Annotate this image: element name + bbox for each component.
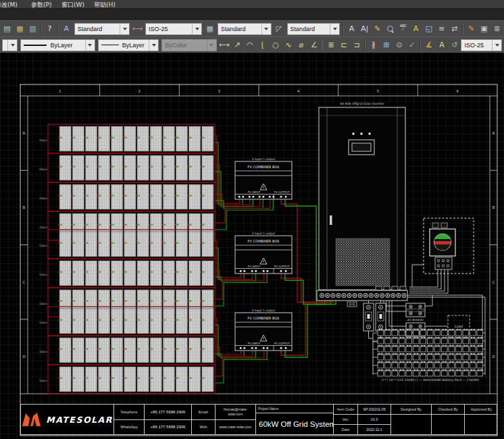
dimension-text-edit-icon[interactable]: A [435, 38, 448, 52]
web-value: www.mate-solar.com [216, 420, 255, 435]
lineweight-select[interactable]: ByLayer [20, 39, 95, 51]
copy-properties-icon[interactable]: ▣ [478, 22, 490, 36]
arc-length-dimension-icon[interactable]: ◠ [244, 38, 257, 52]
multileader-style-select[interactable]: Standard [287, 23, 341, 35]
dimension-style-value: ISO-25 [149, 26, 168, 32]
checked-by-value [432, 415, 464, 434]
dim-style-current-value: ISO-25 [464, 42, 484, 49]
scale-text-icon[interactable]: ◱ [422, 22, 435, 36]
baseline-dimension-icon[interactable]: ⊏ [337, 38, 350, 52]
battery-bank[interactable] [373, 329, 485, 376]
publish-icon[interactable]: ≣ [490, 22, 503, 36]
menu-window[interactable]: 窗口(W) [61, 1, 84, 8]
chevron-down-icon [330, 24, 339, 34]
menu-help[interactable]: 帮助(H) [94, 1, 116, 8]
find-text-icon[interactable] [384, 22, 397, 36]
continue-dimension-icon[interactable]: ⊐ [350, 38, 363, 52]
tolerance-icon[interactable]: ⊞ [380, 38, 393, 52]
chevron-down-icon [85, 40, 95, 51]
approved-by-value [465, 415, 498, 434]
single-line-text-icon[interactable]: A [345, 22, 358, 36]
date-label: Date [334, 425, 357, 434]
diameter-dimension-icon[interactable]: ⌀ [295, 38, 308, 52]
zone-number: 1 [59, 89, 61, 93]
panel-string-label: 12pcs [39, 321, 47, 324]
zone-letter: D [22, 355, 25, 359]
chevron-down-icon [261, 24, 271, 34]
table-style-value: Standard [221, 26, 246, 32]
ordinate-dimension-icon[interactable]: ⌊ [257, 38, 270, 52]
dimension-update-icon[interactable]: ↺ [448, 38, 461, 52]
zone-number: 3 [218, 89, 220, 93]
drawing-canvas[interactable]: 123456AABBCCDD12pcs12pcs12pcs12pcs12pcs1… [0, 53, 504, 439]
dimension-break-icon[interactable]: ∦ [367, 38, 380, 52]
combiner-header: 3 Input 1 output [252, 309, 275, 312]
chevron-down-icon [492, 40, 501, 51]
radius-dimension-icon[interactable]: ○ [270, 38, 282, 52]
table-style-select[interactable]: Standard [218, 23, 272, 35]
dimension-edit-icon[interactable]: ∡ [422, 38, 435, 52]
multileader-style-icon[interactable]: ◸ [273, 22, 286, 36]
matesolar-logo-icon [22, 412, 42, 427]
match-properties-icon[interactable]: ✎ [465, 22, 478, 36]
dc-breaker[interactable] [363, 303, 386, 331]
load-label: Load [455, 324, 463, 328]
color-control-partial[interactable] [2, 39, 18, 51]
dim-style-current-select[interactable]: ISO-25 [461, 39, 502, 51]
properties-dimension-toolbar: ByLayer ByLayer ByColor ⟷↗◠⌊○∿⌀∠ ≣⊏⊐ ∦⊞⊙… [0, 36, 504, 53]
zone-number: 4 [297, 89, 300, 93]
combiner-title: PV COMBINER BOX [247, 239, 280, 243]
sheet-set-manager-icon[interactable]: ▤ [1, 22, 14, 36]
multiline-text-icon[interactable]: A| [358, 22, 371, 36]
menu-modify[interactable]: 修改(M) [0, 1, 18, 8]
linear-dimension-icon[interactable]: ⟷ [218, 38, 231, 52]
menu-parameters[interactable]: 参数(P) [31, 1, 51, 8]
email-label: Email [192, 405, 215, 420]
chevron-down-icon [192, 24, 201, 34]
tool-palettes-icon[interactable]: ▦ [14, 22, 26, 36]
lineweight-value: ByLayer [50, 42, 72, 49]
inspection-dimension-icon[interactable]: ✓ [405, 38, 418, 52]
angular-dimension-icon[interactable]: ∠ [308, 38, 321, 52]
toolbar-separator [420, 39, 421, 51]
properties-palette-icon[interactable]: ▥ [26, 22, 39, 36]
ac-breaker[interactable] [406, 303, 425, 317]
text-style-brush-icon[interactable]: A [409, 22, 422, 36]
panel-string-label: 12pcs [39, 379, 47, 382]
pv-array[interactable] [48, 124, 215, 394]
email-values-column: thomas@mate-solar.com www.mate-solar.com [216, 405, 256, 434]
jogged-dimension-icon[interactable]: ∿ [282, 38, 295, 52]
text-style-icon[interactable]: A [60, 22, 73, 36]
chevron-down-icon [149, 40, 158, 51]
toolbar-separator [57, 23, 59, 35]
panel-string-label: 12pcs [39, 350, 47, 353]
telephone-label: Telephone [114, 405, 144, 420]
multileader-style-value: Standard [291, 26, 316, 32]
menu-bar: 修改(M) 参数(P) 窗口(W) 帮助(H) [0, 0, 504, 8]
zone-letter: B [493, 205, 495, 209]
dimension-style-select[interactable]: ISO-25 [145, 23, 202, 35]
help-icon[interactable]: ? [43, 22, 56, 36]
quick-dimension-icon[interactable]: ≣ [324, 38, 337, 52]
table-style-icon[interactable]: ▦ [203, 22, 216, 36]
inverter[interactable] [317, 107, 407, 307]
text-style-select[interactable]: Standard [74, 23, 130, 35]
spell-check-icon[interactable]: ABC✓ [397, 22, 409, 36]
panel-string-label: 12pcs [39, 302, 47, 305]
battery-pack-label: 3 * [ 30 * (12V 200Ah) ] — 360V/600Ah Ba… [382, 378, 479, 382]
convert-text-icon[interactable]: ⇄ [448, 22, 461, 36]
aligned-dimension-icon[interactable]: ↗ [231, 38, 244, 52]
lineweight-sample [24, 45, 47, 46]
edit-text-icon[interactable]: ✎ [371, 22, 384, 36]
inverter-label: 60 KVA Offgrid Solar Inverter [340, 102, 384, 105]
title-block: MATESOLAR Telephone WhatsApp +86 177 569… [20, 404, 497, 435]
item-code-label: Item Code [334, 405, 357, 415]
approved-by-label: Approved By [465, 405, 498, 415]
center-mark-icon[interactable]: ⊙ [393, 38, 405, 52]
linetype-select[interactable]: ByLayer [98, 39, 159, 51]
dimension-style-icon[interactable]: ⟷ [131, 22, 144, 36]
ac-breaker-label: AC Breaker [407, 318, 424, 321]
panel-string-label: 12pcs [39, 138, 47, 142]
justify-text-icon[interactable]: ≡ [435, 22, 448, 36]
energy-meter[interactable] [424, 218, 474, 274]
